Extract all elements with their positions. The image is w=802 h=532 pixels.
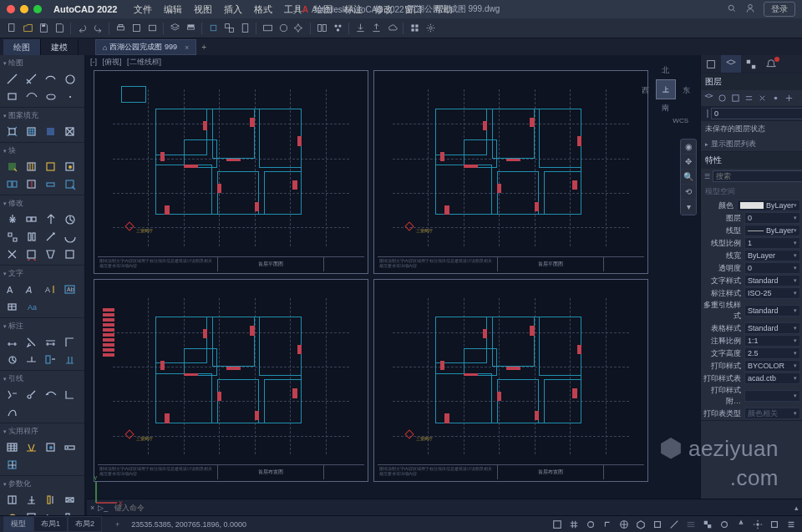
tool-0-5[interactable] (22, 88, 40, 104)
user-icon[interactable] (745, 3, 755, 15)
status-tab-布局2[interactable]: 布局2 (68, 516, 102, 532)
tool-2-7[interactable] (60, 175, 79, 192)
prop-value-14[interactable] (744, 390, 800, 402)
prop-value-8[interactable]: Standard (744, 305, 800, 317)
tool-7-3[interactable] (60, 438, 79, 455)
nav-orbit-icon[interactable]: ⟲ (681, 185, 696, 200)
menu-格式[interactable]: 格式 (254, 3, 272, 16)
tool-6-2[interactable] (41, 386, 59, 403)
tools-icon[interactable] (292, 22, 306, 35)
tool-4-2[interactable]: A (41, 281, 59, 297)
tool-8-0[interactable] (3, 491, 21, 508)
crumb-min[interactable]: [-] (90, 58, 97, 66)
tool-3-6[interactable] (41, 228, 59, 245)
menu-工具[interactable]: 工具 (284, 3, 302, 16)
login-button[interactable]: 登录 (764, 2, 795, 17)
viewport-breadcrumb[interactable]: [-] [俯视] [二维线框] (90, 57, 165, 68)
sb-ortho-icon[interactable] (600, 518, 615, 531)
tool-4-5[interactable]: Aa (22, 298, 40, 315)
tool-4-0[interactable]: A (3, 281, 21, 297)
prop-value-9[interactable]: Standard (744, 322, 800, 334)
minimize-window-button[interactable] (20, 5, 28, 13)
layer-tb-5[interactable] (756, 92, 769, 104)
drawing-icon[interactable] (145, 22, 159, 35)
tool-2-2[interactable] (41, 158, 59, 175)
tool-1-1[interactable] (22, 123, 40, 139)
tool-2-4[interactable] (3, 175, 21, 192)
sb-cycle-icon[interactable] (717, 518, 732, 531)
tool-group-参数化[interactable]: 参数化 (0, 478, 84, 490)
tool-7-4[interactable] (3, 456, 21, 473)
layer-name-input[interactable] (711, 108, 802, 119)
tool-3-1[interactable] (22, 210, 40, 227)
tool-0-1[interactable] (22, 70, 40, 87)
tool-3-8[interactable] (3, 246, 21, 262)
count-icon[interactable] (331, 22, 344, 35)
import-icon[interactable] (353, 22, 367, 35)
open-icon[interactable] (21, 22, 34, 35)
appstore-icon[interactable] (408, 22, 421, 35)
tool-5-6[interactable] (41, 351, 59, 367)
sb-transp-icon[interactable] (700, 518, 715, 531)
tool-3-7[interactable] (60, 228, 79, 245)
nav-show-icon[interactable]: ▾ (681, 200, 696, 215)
file-tab[interactable]: ⌂ 西湖公园完成图 999 × (95, 39, 196, 55)
tool-5-7[interactable] (60, 351, 79, 367)
tool-6-1[interactable] (22, 386, 40, 403)
block-icon[interactable] (206, 22, 220, 35)
tool-3-2[interactable] (41, 210, 59, 227)
tool-3-4[interactable] (3, 228, 21, 245)
prop-value-5[interactable]: 0 (744, 262, 800, 274)
sb-iso-icon[interactable] (633, 518, 648, 531)
tool-0-2[interactable] (41, 70, 59, 87)
viewcube-top[interactable]: 上 (656, 79, 676, 99)
layer-tb-3[interactable] (729, 92, 742, 104)
prop-value-4[interactable]: ByLayer (744, 250, 800, 261)
prop-value-0[interactable]: ByLayer (737, 200, 800, 211)
nav-zoom-icon[interactable]: 🔍 (681, 170, 696, 185)
tool-5-5[interactable] (22, 351, 40, 367)
undo-icon[interactable] (75, 22, 89, 35)
tool-3-3[interactable] (60, 210, 79, 227)
layer-color-swatch[interactable] (707, 109, 708, 118)
prop-value-12[interactable]: BYCOLOR (744, 360, 800, 372)
tool-0-7[interactable] (60, 88, 79, 104)
props-search-input[interactable] (713, 170, 802, 182)
prop-value-11[interactable]: 2.5 (744, 347, 800, 359)
viewcube-west[interactable]: 西 (642, 85, 649, 96)
tool-group-文字[interactable]: 文字 (0, 267, 84, 280)
tool-1-3[interactable] (60, 123, 79, 139)
sheet-icon[interactable] (238, 22, 251, 35)
wcs-label[interactable]: WCS (673, 117, 688, 124)
tool-group-绘图[interactable]: 绘图 (0, 57, 84, 69)
tool-8-1[interactable] (22, 491, 40, 508)
rp-tab-xref[interactable] (741, 55, 761, 73)
tool-2-1[interactable] (22, 158, 40, 175)
layer-icon[interactable] (168, 22, 181, 35)
search-icon[interactable] (727, 3, 737, 15)
tool-5-4[interactable] (3, 351, 21, 367)
tool-6-3[interactable] (60, 386, 79, 403)
viewcube-north[interactable]: 北 (662, 65, 669, 76)
prop-value-13[interactable]: acad.ctb (744, 372, 800, 384)
tool-4-4[interactable] (3, 298, 21, 315)
redo-icon[interactable] (91, 22, 104, 35)
tool-group-图案填充[interactable]: 图案填充 (0, 109, 84, 122)
tool-group-引线[interactable]: 引线 (0, 372, 84, 385)
compare-icon[interactable] (315, 22, 328, 35)
command-input[interactable] (111, 502, 295, 514)
crumb-style[interactable]: [二维线框] (127, 58, 161, 66)
tool-5-0[interactable] (3, 333, 21, 350)
tool-1-2[interactable] (41, 123, 59, 139)
saveas-icon[interactable] (53, 22, 66, 35)
tool-group-块[interactable]: 块 (0, 144, 84, 157)
save-icon[interactable] (37, 22, 50, 35)
cmd-recent-icon[interactable]: ▴ (794, 504, 799, 512)
tool-4-3[interactable]: Ab (60, 281, 79, 297)
tool-group-标注[interactable]: 标注 (0, 320, 84, 332)
sb-anno-icon[interactable] (733, 518, 749, 531)
sb-clean-icon[interactable] (767, 518, 782, 531)
viewcube-south[interactable]: 南 (662, 103, 669, 114)
xref-icon[interactable] (222, 22, 236, 35)
print-icon[interactable] (114, 22, 127, 35)
